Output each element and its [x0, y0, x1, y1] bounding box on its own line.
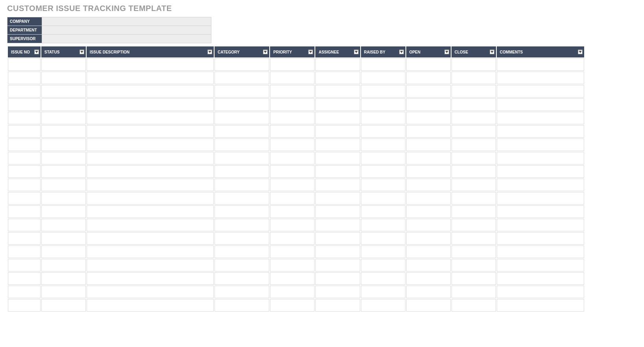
table-cell[interactable]: [452, 125, 496, 138]
table-cell[interactable]: [215, 272, 269, 285]
table-cell[interactable]: [8, 58, 41, 71]
table-cell[interactable]: [452, 259, 496, 271]
col-header-comments[interactable]: COMMENTS: [497, 46, 584, 57]
table-cell[interactable]: [87, 272, 214, 285]
table-cell[interactable]: [497, 165, 584, 178]
table-cell[interactable]: [452, 219, 496, 231]
table-cell[interactable]: [315, 205, 360, 218]
table-cell[interactable]: [497, 85, 584, 98]
table-cell[interactable]: [497, 179, 584, 191]
table-cell[interactable]: [8, 72, 41, 84]
table-cell[interactable]: [270, 179, 315, 191]
table-cell[interactable]: [41, 259, 86, 271]
table-cell[interactable]: [8, 219, 41, 231]
table-cell[interactable]: [452, 152, 496, 164]
table-cell[interactable]: [41, 286, 86, 298]
table-cell[interactable]: [315, 85, 360, 98]
table-cell[interactable]: [215, 219, 269, 231]
table-cell[interactable]: [315, 165, 360, 178]
table-cell[interactable]: [215, 205, 269, 218]
table-cell[interactable]: [452, 98, 496, 111]
col-header-category[interactable]: CATEGORY: [215, 46, 269, 57]
table-cell[interactable]: [452, 138, 496, 151]
table-cell[interactable]: [41, 152, 86, 164]
table-cell[interactable]: [497, 299, 584, 312]
table-cell[interactable]: [215, 85, 269, 98]
table-cell[interactable]: [361, 179, 405, 191]
table-cell[interactable]: [361, 205, 405, 218]
table-cell[interactable]: [315, 299, 360, 312]
table-cell[interactable]: [270, 259, 315, 271]
table-cell[interactable]: [361, 219, 405, 231]
table-cell[interactable]: [87, 179, 214, 191]
table-cell[interactable]: [361, 112, 405, 124]
table-cell[interactable]: [497, 272, 584, 285]
table-cell[interactable]: [406, 72, 451, 84]
table-cell[interactable]: [8, 125, 41, 138]
table-cell[interactable]: [361, 85, 405, 98]
table-cell[interactable]: [315, 112, 360, 124]
meta-value-supervisor[interactable]: [42, 35, 211, 43]
table-cell[interactable]: [270, 299, 315, 312]
table-cell[interactable]: [215, 72, 269, 84]
table-cell[interactable]: [361, 125, 405, 138]
table-cell[interactable]: [497, 205, 584, 218]
table-cell[interactable]: [270, 112, 315, 124]
table-cell[interactable]: [406, 259, 451, 271]
table-cell[interactable]: [315, 152, 360, 164]
table-cell[interactable]: [406, 245, 451, 258]
table-cell[interactable]: [215, 98, 269, 111]
table-cell[interactable]: [452, 58, 496, 71]
table-cell[interactable]: [361, 272, 405, 285]
table-cell[interactable]: [270, 72, 315, 84]
table-cell[interactable]: [497, 58, 584, 71]
filter-dropdown-icon[interactable]: [444, 50, 449, 54]
table-cell[interactable]: [41, 125, 86, 138]
table-cell[interactable]: [315, 272, 360, 285]
table-cell[interactable]: [406, 125, 451, 138]
table-cell[interactable]: [497, 72, 584, 84]
filter-dropdown-icon[interactable]: [399, 50, 404, 54]
table-cell[interactable]: [406, 85, 451, 98]
table-cell[interactable]: [315, 58, 360, 71]
table-cell[interactable]: [315, 192, 360, 205]
table-cell[interactable]: [361, 192, 405, 205]
table-cell[interactable]: [87, 58, 214, 71]
col-header-open[interactable]: OPEN: [406, 46, 451, 57]
table-cell[interactable]: [87, 205, 214, 218]
table-cell[interactable]: [452, 299, 496, 312]
table-cell[interactable]: [361, 152, 405, 164]
filter-dropdown-icon[interactable]: [207, 50, 212, 54]
table-cell[interactable]: [497, 245, 584, 258]
table-cell[interactable]: [8, 299, 41, 312]
table-cell[interactable]: [406, 272, 451, 285]
table-cell[interactable]: [315, 179, 360, 191]
table-cell[interactable]: [406, 179, 451, 191]
table-cell[interactable]: [497, 219, 584, 231]
table-cell[interactable]: [270, 125, 315, 138]
table-cell[interactable]: [361, 165, 405, 178]
table-cell[interactable]: [87, 192, 214, 205]
table-cell[interactable]: [406, 286, 451, 298]
table-cell[interactable]: [8, 98, 41, 111]
table-cell[interactable]: [315, 259, 360, 271]
table-cell[interactable]: [497, 232, 584, 245]
filter-dropdown-icon[interactable]: [354, 50, 359, 54]
table-cell[interactable]: [87, 259, 214, 271]
table-cell[interactable]: [41, 232, 86, 245]
table-cell[interactable]: [361, 72, 405, 84]
table-cell[interactable]: [8, 165, 41, 178]
table-cell[interactable]: [361, 98, 405, 111]
table-cell[interactable]: [406, 112, 451, 124]
table-cell[interactable]: [406, 299, 451, 312]
table-cell[interactable]: [41, 112, 86, 124]
table-cell[interactable]: [406, 192, 451, 205]
table-cell[interactable]: [87, 286, 214, 298]
table-cell[interactable]: [8, 152, 41, 164]
table-cell[interactable]: [215, 112, 269, 124]
col-header-issue-no[interactable]: ISSUE NO: [8, 46, 41, 57]
table-cell[interactable]: [452, 232, 496, 245]
table-cell[interactable]: [8, 112, 41, 124]
table-cell[interactable]: [452, 205, 496, 218]
table-cell[interactable]: [452, 286, 496, 298]
